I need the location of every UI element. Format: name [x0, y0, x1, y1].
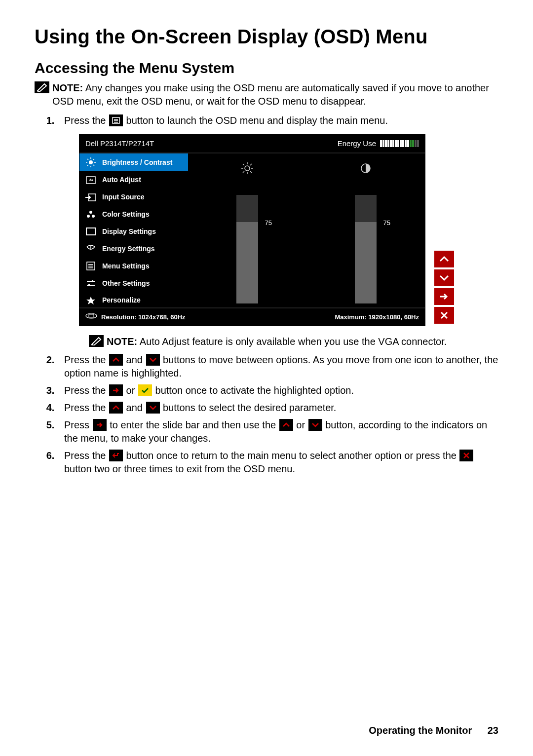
note-text: Any changes you make using the OSD menu … — [52, 82, 489, 107]
note-icon — [35, 81, 49, 93]
exit-button[interactable] — [434, 307, 454, 324]
resolution-text: Resolution: 1024x768, 60Hz — [101, 313, 186, 322]
auto-adjust-icon — [84, 176, 97, 184]
display-icon — [84, 227, 97, 235]
right-arrow-icon — [109, 384, 123, 396]
svg-rect-27 — [88, 284, 90, 286]
step-5: Press to enter the slide bar and then us… — [57, 418, 498, 445]
svg-point-16 — [89, 211, 92, 214]
menu-item-energy[interactable]: Energy Settings — [79, 240, 188, 258]
step-1: Press the button to launch the OSD menu … — [57, 114, 498, 348]
svg-rect-19 — [86, 228, 95, 235]
svg-line-33 — [243, 164, 244, 165]
svg-rect-3 — [114, 122, 118, 123]
step-4: Press the and buttons to select the desi… — [57, 401, 498, 415]
up-icon — [279, 419, 293, 431]
note-label: NOTE: — [52, 82, 83, 93]
svg-rect-22 — [88, 266, 93, 267]
svg-point-17 — [87, 215, 90, 218]
note-text: Auto Adjust feature is only available wh… — [137, 336, 447, 347]
svg-rect-39 — [89, 314, 94, 317]
down-icon — [146, 354, 160, 366]
step-6: Press the button once to return to the m… — [57, 449, 498, 476]
brightness-column: 75 — [188, 153, 306, 307]
down-icon — [308, 419, 322, 431]
up-button[interactable] — [434, 251, 454, 267]
svg-line-34 — [250, 171, 252, 173]
check-icon — [138, 384, 152, 396]
svg-rect-2 — [114, 120, 118, 121]
up-icon — [109, 354, 123, 366]
input-source-icon — [84, 193, 97, 201]
max-resolution-text: Maximum: 1920x1080, 60Hz — [335, 313, 419, 322]
enter-button[interactable] — [434, 288, 454, 305]
down-button[interactable] — [434, 269, 454, 286]
note-icon — [89, 335, 104, 347]
color-icon — [84, 210, 97, 218]
section-title: Accessing the Menu System — [35, 60, 498, 76]
energy-label: Energy Use — [338, 139, 376, 149]
osd-side-buttons — [434, 251, 454, 324]
svg-point-14 — [92, 179, 93, 181]
step-2: Press the and buttons to move between op… — [57, 353, 498, 380]
menu-item-brightness[interactable]: Brightness / Contrast — [79, 153, 188, 171]
menu-item-personalize[interactable]: Personalize — [79, 292, 188, 309]
other-icon — [84, 279, 97, 287]
svg-line-9 — [87, 159, 88, 160]
svg-line-35 — [250, 164, 252, 165]
star-icon — [84, 296, 97, 305]
osd-screenshot: Dell P2314T/P2714T Energy Use — [79, 134, 425, 326]
osd-model: Dell P2314T/P2714T — [85, 139, 154, 149]
contrast-icon — [360, 158, 371, 178]
svg-point-18 — [92, 215, 95, 218]
page-title: Using the On-Screen Display (OSD) Menu — [35, 26, 498, 48]
note-1: NOTE: Any changes you make using the OSD… — [35, 81, 498, 108]
osd-menu-list: Brightness / Contrast Auto Adjust Input … — [79, 153, 188, 307]
menu-button-icon — [109, 114, 123, 126]
menu-item-color[interactable]: Color Settings — [79, 206, 188, 223]
svg-point-28 — [245, 166, 250, 171]
note-label: NOTE: — [107, 336, 137, 347]
svg-line-10 — [93, 165, 94, 166]
close-icon — [459, 450, 473, 461]
menu-item-display[interactable]: Display Settings — [79, 223, 188, 240]
energy-bars-icon — [380, 140, 419, 147]
right-arrow-icon — [93, 419, 107, 431]
svg-line-36 — [243, 171, 244, 173]
svg-rect-26 — [92, 280, 93, 282]
menu-item-auto-adjust[interactable]: Auto Adjust — [79, 171, 188, 189]
note-2: NOTE: Auto Adjust feature is only availa… — [89, 335, 498, 348]
step-3: Press the or button once to activate the… — [57, 384, 498, 397]
menu-item-menu[interactable]: Menu Settings — [79, 258, 188, 275]
svg-line-12 — [87, 165, 88, 166]
svg-line-11 — [93, 159, 94, 160]
menu-item-input-source[interactable]: Input Source — [79, 189, 188, 206]
down-icon — [146, 402, 160, 414]
svg-point-4 — [89, 160, 93, 164]
back-icon — [109, 450, 123, 461]
brightness-value: 75 — [265, 219, 272, 227]
resolution-icon — [85, 312, 97, 322]
menu-icon — [84, 262, 97, 270]
brightness-icon — [84, 157, 97, 167]
sun-icon — [241, 158, 254, 178]
contrast-value: 75 — [383, 219, 390, 227]
page-footer: Operating the Monitor 23 — [369, 725, 498, 736]
svg-rect-1 — [114, 119, 118, 120]
energy-icon — [84, 245, 97, 253]
menu-item-other[interactable]: Other Settings — [79, 275, 188, 292]
contrast-column: 75 — [306, 153, 425, 307]
page-number: 23 — [488, 725, 498, 736]
up-icon — [109, 402, 123, 414]
svg-rect-23 — [88, 267, 93, 268]
svg-rect-21 — [88, 264, 93, 265]
